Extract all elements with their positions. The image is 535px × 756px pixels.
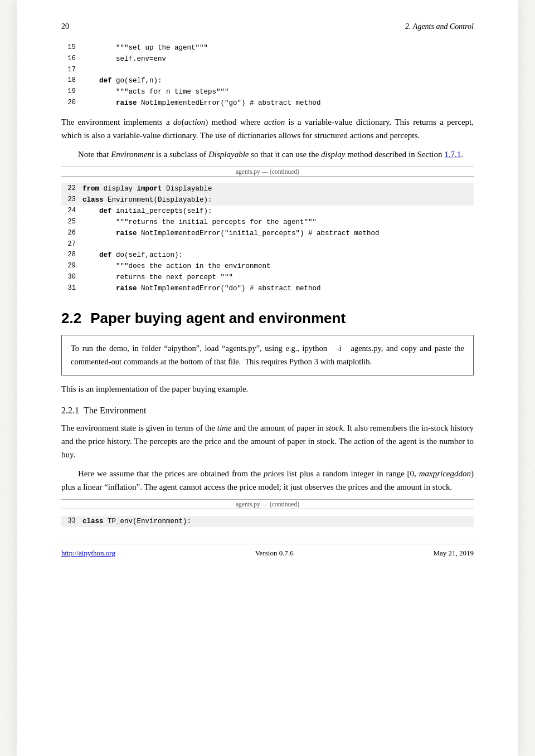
line-number: 28 — [61, 250, 82, 260]
code-line: 29 """does the action in the environment — [61, 261, 474, 272]
line-number: 17 — [61, 65, 82, 75]
paragraph-1: The environment implements a do(action) … — [61, 115, 474, 142]
code-line: 16 self.env=env — [61, 53, 474, 65]
code-content: from display import Displayable — [82, 183, 474, 194]
info-box: To run the demo, in folder “aipython”, l… — [61, 335, 474, 375]
keyword: raise — [116, 285, 137, 292]
line-number: 24 — [61, 206, 82, 216]
line-number: 19 — [61, 86, 82, 97]
chapter-title: 2. Agents and Control — [405, 22, 474, 31]
code-block-2: 22 from display import Displayable 23 cl… — [61, 183, 474, 294]
code-line: 30 returns the next percept """ — [61, 272, 474, 283]
code-content: raise NotImplementedError("do") # abstra… — [82, 283, 474, 294]
section-number: 2.2.1 — [61, 406, 79, 415]
line-number: 33 — [61, 516, 82, 526]
code-content: """set up the agent""" — [82, 42, 474, 53]
line-number: 22 — [61, 183, 82, 194]
code-line: 31 raise NotImplementedError("do") # abs… — [61, 283, 474, 294]
section-number: 2.2 — [61, 310, 81, 326]
page: 20 2. Agents and Control 15 """set up th… — [17, 0, 518, 756]
keyword: def — [99, 251, 112, 259]
code-content: """returns the initial percepts for the … — [82, 217, 474, 228]
string-literal: returns the next percept """ — [116, 274, 233, 281]
section-title: The Environment — [84, 406, 146, 415]
code-line: 33 class TP_env(Environment): — [61, 516, 474, 527]
code-content: raise NotImplementedError("go") # abstra… — [82, 97, 474, 109]
paragraph-3: This is an implementation of the paper b… — [61, 382, 474, 396]
line-number: 18 — [61, 75, 82, 86]
line-number: 15 — [61, 42, 82, 53]
code-file-label-1: agents.py — (continued) — [61, 167, 474, 177]
line-number: 23 — [61, 194, 82, 205]
paragraph-2: Note that Environment is a subclass of D… — [61, 148, 474, 161]
code-content: """acts for n time steps""" — [82, 86, 474, 97]
keyword: from — [82, 185, 99, 193]
section-2-2-heading: 2.2Paper buying agent and environment — [61, 310, 474, 327]
keyword: class — [82, 518, 104, 525]
code-content: raise NotImplementedError("initial_perce… — [82, 228, 474, 239]
keyword: raise — [116, 230, 137, 237]
line-number: 29 — [61, 261, 82, 271]
string-literal: """acts for n time steps""" — [116, 88, 229, 96]
line-number: 20 — [61, 97, 82, 108]
code-block-3: 33 class TP_env(Environment): — [61, 516, 474, 527]
section-2-2-1-heading: 2.2.1The Environment — [61, 406, 474, 416]
keyword: import — [137, 185, 162, 193]
footer-version: Version 0.7.6 — [255, 549, 294, 558]
section-title: Paper buying agent and environment — [90, 310, 346, 326]
code-line: 24 def initial_percepts(self): — [61, 206, 474, 217]
keyword: def — [99, 207, 112, 215]
line-number: 27 — [61, 239, 82, 250]
code-content: returns the next percept """ — [82, 272, 474, 283]
line-number: 25 — [61, 217, 82, 227]
code-line: 26 raise NotImplementedError("initial_pe… — [61, 228, 474, 239]
paragraph-5: Here we assume that the prices are obtai… — [61, 467, 474, 494]
line-number: 16 — [61, 53, 82, 64]
page-footer: http://aipython.org Version 0.7.6 May 21… — [61, 544, 474, 558]
line-number: 31 — [61, 283, 82, 294]
string-literal: """set up the agent""" — [116, 44, 208, 52]
string-literal: """does the action in the environment — [116, 262, 271, 270]
code-content: self.env=env — [82, 53, 474, 65]
code-content: def do(self,action): — [82, 250, 474, 261]
section-ref-link[interactable]: 1.7.1 — [444, 150, 461, 159]
code-file-label-2: agents.py — (continued) — [61, 499, 474, 509]
code-content: def go(self,n): — [82, 75, 474, 86]
footer-link[interactable]: http://aipython.org — [61, 549, 115, 558]
code-line: 17 — [61, 65, 474, 75]
keyword: def — [99, 77, 112, 85]
code-content: """does the action in the environment — [82, 261, 474, 272]
keyword: raise — [116, 99, 137, 107]
line-number: 26 — [61, 228, 82, 238]
code-line: 25 """returns the initial percepts for t… — [61, 217, 474, 228]
code-line: 28 def do(self,action): — [61, 250, 474, 261]
paragraph-4: The environment state is given in terms … — [61, 421, 474, 461]
keyword: class — [82, 196, 104, 204]
line-number: 30 — [61, 272, 82, 282]
footer-date: May 21, 2019 — [433, 549, 474, 558]
code-line: 15 """set up the agent""" — [61, 42, 474, 53]
info-box-text: To run the demo, in folder “aipython”, l… — [71, 344, 464, 365]
code-block-1: 15 """set up the agent""" 16 self.env=en… — [61, 42, 474, 109]
code-line: 23 class Environment(Displayable): — [61, 194, 474, 206]
code-content: class Environment(Displayable): — [82, 194, 474, 206]
code-line: 18 def go(self,n): — [61, 75, 474, 86]
page-number: 20 — [61, 22, 69, 31]
page-header: 20 2. Agents and Control — [61, 22, 474, 31]
code-line: 20 raise NotImplementedError("go") # abs… — [61, 97, 474, 109]
code-line: 27 — [61, 239, 474, 250]
string-literal: """returns the initial percepts for the … — [116, 218, 317, 226]
code-line: 19 """acts for n time steps""" — [61, 86, 474, 97]
code-content: def initial_percepts(self): — [82, 206, 474, 217]
code-line: 22 from display import Displayable — [61, 183, 474, 194]
code-content: class TP_env(Environment): — [82, 516, 474, 527]
